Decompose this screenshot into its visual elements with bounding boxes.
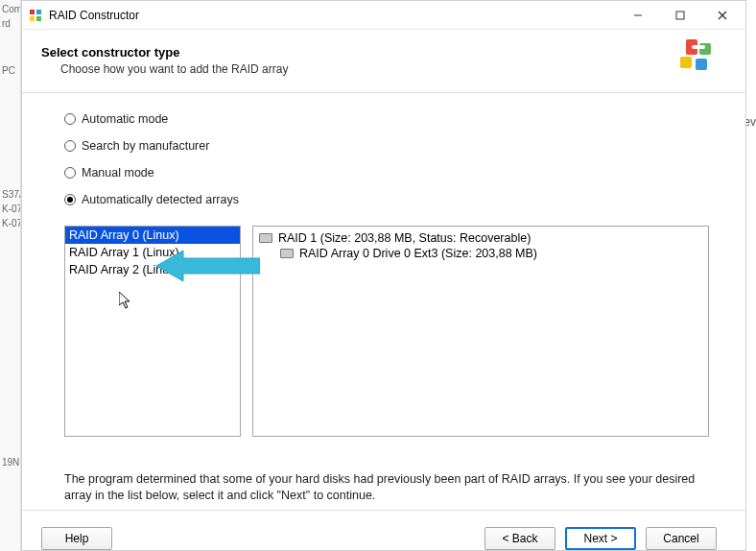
- back-button[interactable]: < Back: [484, 527, 555, 550]
- maximize-button[interactable]: [659, 1, 701, 30]
- instruction-text: The program determined that some of your…: [64, 471, 709, 504]
- wizard-footer: Help < Back Next > Cancel: [22, 510, 745, 550]
- background-panel-left: Com rd PC S37A K-07U K-073 19N: [0, 0, 21, 551]
- radio-automatic[interactable]: [64, 113, 76, 125]
- list-item[interactable]: RAID Array 2 (Linux): [65, 261, 240, 278]
- tree-label: RAID Array 0 Drive 0 Ext3 (Size: 203,88 …: [299, 247, 537, 260]
- svg-rect-5: [676, 12, 684, 19]
- next-button[interactable]: Next >: [565, 527, 636, 550]
- option-manual-mode[interactable]: Manual mode: [64, 166, 709, 180]
- array-list-panel[interactable]: RAID Array 0 (Linux) RAID Array 1 (Linux…: [64, 226, 241, 437]
- svg-rect-0: [30, 10, 35, 14]
- option-label: Manual mode: [82, 166, 154, 180]
- option-automatic-mode[interactable]: Automatic mode: [64, 112, 709, 126]
- minimize-button[interactable]: [617, 1, 659, 30]
- tree-row-drive[interactable]: RAID Array 0 Drive 0 Ext3 (Size: 203,88 …: [259, 246, 702, 261]
- app-icon: [28, 8, 43, 23]
- tree-row-raid[interactable]: RAID 1 (Size: 203,88 MB, Status: Recover…: [259, 230, 702, 246]
- option-search-manufacturer[interactable]: Search by manufacturer: [64, 139, 709, 153]
- svg-rect-1: [36, 10, 41, 14]
- window-title: RAID Constructor: [49, 9, 617, 22]
- svg-rect-3: [36, 16, 41, 21]
- list-item[interactable]: RAID Array 0 (Linux): [65, 227, 240, 244]
- cancel-button[interactable]: Cancel: [646, 527, 717, 550]
- option-label: Automatic mode: [82, 112, 168, 126]
- disk-icon: [280, 249, 294, 258]
- option-detected-arrays[interactable]: Automatically detected arrays: [64, 193, 709, 206]
- header-heading: Select constructor type: [41, 45, 288, 60]
- svg-rect-2: [30, 16, 35, 21]
- radio-manual[interactable]: [64, 167, 76, 179]
- raid-constructor-window: RAID Constructor Select constructor type…: [21, 0, 746, 551]
- help-button[interactable]: Help: [41, 527, 112, 550]
- option-label: Automatically detected arrays: [82, 193, 239, 206]
- tree-label: RAID 1 (Size: 203,88 MB, Status: Recover…: [278, 231, 531, 245]
- header-subheading: Choose how you want to add the RAID arra…: [60, 62, 288, 76]
- array-detail-panel[interactable]: RAID 1 (Size: 203,88 MB, Status: Recover…: [252, 226, 709, 437]
- wizard-body: Automatic mode Search by manufacturer Ma…: [22, 93, 745, 510]
- radio-search[interactable]: [64, 140, 76, 152]
- option-label: Search by manufacturer: [82, 139, 209, 153]
- list-item[interactable]: RAID Array 1 (Linux): [65, 244, 240, 261]
- titlebar: RAID Constructor: [22, 1, 745, 30]
- wizard-header: Select constructor type Choose how you w…: [22, 30, 745, 93]
- radio-detected[interactable]: [64, 194, 76, 205]
- puzzle-logo-icon: [673, 37, 719, 83]
- disk-icon: [259, 233, 272, 243]
- close-button[interactable]: [701, 1, 744, 30]
